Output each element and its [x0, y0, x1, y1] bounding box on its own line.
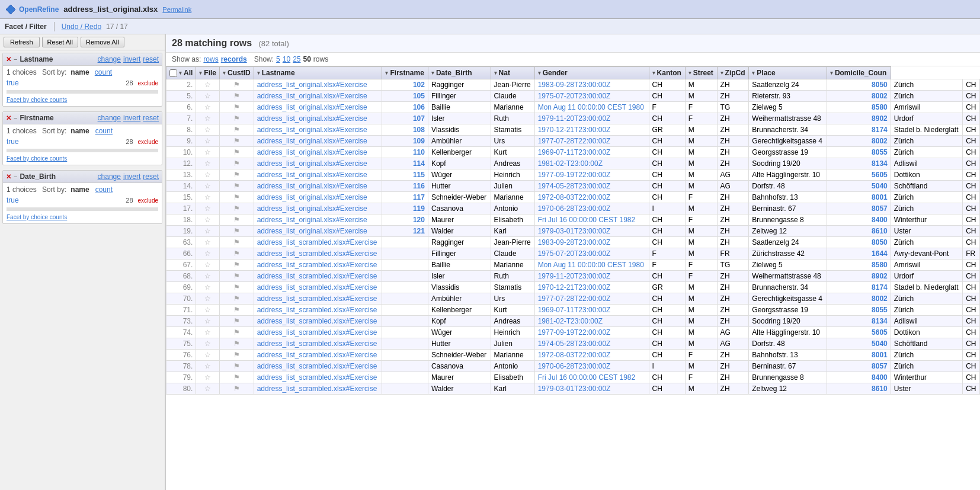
- star-cell[interactable]: ☆: [196, 79, 220, 91]
- flag-cell[interactable]: ⚑: [220, 271, 254, 282]
- cell-file[interactable]: address_list_scrambled.xlsx#Exercise: [254, 271, 382, 282]
- star-cell[interactable]: ☆: [196, 147, 220, 158]
- flag-cell[interactable]: ⚑: [220, 91, 254, 102]
- flag-cell[interactable]: ⚑: [220, 260, 254, 271]
- flag-cell[interactable]: ⚑: [220, 305, 254, 316]
- flag-cell[interactable]: ⚑: [220, 237, 254, 248]
- star-cell[interactable]: ☆: [196, 237, 220, 248]
- cell-file[interactable]: address_list_scrambled.xlsx#Exercise: [254, 383, 382, 395]
- flag-cell[interactable]: ⚑: [220, 383, 254, 395]
- show-5[interactable]: 5: [276, 55, 280, 63]
- star-cell[interactable]: ☆: [196, 226, 220, 237]
- cell-file[interactable]: address_list_original.xlsx#Exercise: [254, 91, 382, 102]
- cell-file[interactable]: address_list_original.xlsx#Exercise: [254, 113, 382, 124]
- cell-file[interactable]: address_list_scrambled.xlsx#Exercise: [254, 338, 382, 350]
- star-cell[interactable]: ☆: [196, 350, 220, 361]
- col-date-birth[interactable]: ▾Date_Birth: [428, 67, 491, 79]
- col-nat[interactable]: ▾Nat: [491, 67, 534, 79]
- flag-cell[interactable]: ⚑: [220, 338, 254, 350]
- flag-cell[interactable]: ⚑: [220, 192, 254, 203]
- star-cell[interactable]: ☆: [196, 169, 220, 181]
- cell-file[interactable]: address_list_original.xlsx#Exercise: [254, 169, 382, 181]
- show-as-records[interactable]: records: [221, 55, 247, 63]
- flag-cell[interactable]: ⚑: [220, 293, 254, 305]
- show-50[interactable]: 50: [303, 55, 311, 63]
- star-cell[interactable]: ☆: [196, 113, 220, 124]
- flag-cell[interactable]: ⚑: [220, 316, 254, 327]
- facet-firstname-change[interactable]: change: [98, 114, 121, 122]
- facet-lastname-sort-name[interactable]: name: [71, 68, 89, 76]
- remove-all-button[interactable]: Remove All: [81, 37, 124, 47]
- cell-file[interactable]: address_list_scrambled.xlsx#Exercise: [254, 237, 382, 248]
- col-lastname-arrow[interactable]: ▾: [257, 70, 260, 76]
- flag-cell[interactable]: ⚑: [220, 124, 254, 136]
- flag-cell[interactable]: ⚑: [220, 181, 254, 192]
- star-cell[interactable]: ☆: [196, 260, 220, 271]
- col-date-birth-arrow[interactable]: ▾: [431, 70, 434, 76]
- facet-date-birth-value-true[interactable]: true: [7, 196, 19, 204]
- cell-file[interactable]: address_list_scrambled.xlsx#Exercise: [254, 293, 382, 305]
- cell-file[interactable]: address_list_scrambled.xlsx#Exercise: [254, 361, 382, 372]
- star-cell[interactable]: ☆: [196, 293, 220, 305]
- col-all[interactable]: ▾All: [166, 67, 196, 79]
- flag-cell[interactable]: ⚑: [220, 327, 254, 338]
- star-cell[interactable]: ☆: [196, 327, 220, 338]
- star-cell[interactable]: ☆: [196, 361, 220, 372]
- cell-file[interactable]: address_list_original.xlsx#Exercise: [254, 79, 382, 91]
- star-cell[interactable]: ☆: [196, 192, 220, 203]
- facet-firstname-value-true[interactable]: true: [7, 137, 19, 146]
- col-firstname-arrow[interactable]: ▾: [385, 70, 388, 76]
- flag-cell[interactable]: ⚑: [220, 248, 254, 260]
- cell-file[interactable]: address_list_scrambled.xlsx#Exercise: [254, 260, 382, 271]
- flag-cell[interactable]: ⚑: [220, 158, 254, 169]
- facet-lastname-sort-count[interactable]: count: [95, 68, 112, 76]
- star-cell[interactable]: ☆: [196, 158, 220, 169]
- col-domicile-arrow[interactable]: ▾: [830, 70, 833, 76]
- cell-file[interactable]: address_list_scrambled.xlsx#Exercise: [254, 248, 382, 260]
- facet-firstname-invert[interactable]: invert: [123, 114, 140, 122]
- permalink-link[interactable]: Permalink: [162, 6, 191, 13]
- col-gender-arrow[interactable]: ▾: [538, 70, 541, 76]
- star-cell[interactable]: ☆: [196, 91, 220, 102]
- col-custid[interactable]: ▾CustID: [220, 67, 254, 79]
- col-place-arrow[interactable]: ▾: [752, 70, 755, 76]
- facet-lastname-change[interactable]: change: [98, 55, 121, 63]
- cell-file[interactable]: address_list_original.xlsx#Exercise: [254, 226, 382, 237]
- col-zipcd[interactable]: ▾ZipCd: [717, 67, 749, 79]
- facet-date-birth-exclude[interactable]: exclude: [138, 197, 158, 204]
- star-cell[interactable]: ☆: [196, 181, 220, 192]
- refresh-button[interactable]: Refresh: [4, 37, 40, 47]
- star-cell[interactable]: ☆: [196, 383, 220, 395]
- col-all-arrow[interactable]: ▾: [179, 70, 182, 76]
- col-zipcd-arrow[interactable]: ▾: [720, 70, 723, 76]
- show-10[interactable]: 10: [283, 55, 290, 63]
- flag-cell[interactable]: ⚑: [220, 372, 254, 383]
- cell-file[interactable]: address_list_scrambled.xlsx#Exercise: [254, 327, 382, 338]
- star-cell[interactable]: ☆: [196, 203, 220, 214]
- facet-lastname-close[interactable]: ✕: [6, 56, 11, 63]
- flag-cell[interactable]: ⚑: [220, 350, 254, 361]
- facet-lastname-choice-count-link[interactable]: Facet by choice counts: [7, 97, 67, 103]
- flag-cell[interactable]: ⚑: [220, 136, 254, 147]
- star-cell[interactable]: ☆: [196, 305, 220, 316]
- facet-lastname-exclude[interactable]: exclude: [138, 80, 158, 87]
- star-cell[interactable]: ☆: [196, 248, 220, 260]
- star-cell[interactable]: ☆: [196, 102, 220, 113]
- star-cell[interactable]: ☆: [196, 338, 220, 350]
- star-cell[interactable]: ☆: [196, 316, 220, 327]
- col-kanton-arrow[interactable]: ▾: [652, 70, 655, 76]
- flag-cell[interactable]: ⚑: [220, 169, 254, 181]
- facet-date-birth-change[interactable]: change: [98, 172, 121, 181]
- facet-firstname-close[interactable]: ✕: [6, 114, 11, 122]
- facet-date-birth-sort-name[interactable]: name: [71, 185, 89, 194]
- facet-firstname-choice-count-link[interactable]: Facet by choice counts: [7, 155, 67, 162]
- flag-cell[interactable]: ⚑: [220, 102, 254, 113]
- star-cell[interactable]: ☆: [196, 214, 220, 226]
- facet-firstname-collapse[interactable]: −: [14, 114, 17, 121]
- facet-date-birth-reset[interactable]: reset: [143, 172, 159, 181]
- col-custid-arrow[interactable]: ▾: [223, 70, 226, 76]
- col-kanton[interactable]: ▾Kanton: [649, 67, 685, 79]
- star-cell[interactable]: ☆: [196, 136, 220, 147]
- flag-cell[interactable]: ⚑: [220, 203, 254, 214]
- star-cell[interactable]: ☆: [196, 372, 220, 383]
